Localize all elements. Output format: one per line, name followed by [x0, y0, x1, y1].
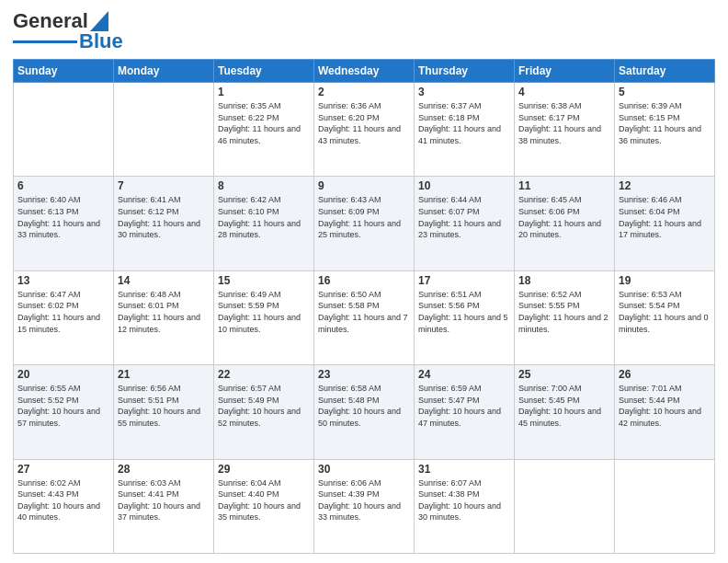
logo-line: [13, 40, 77, 43]
cell-info: Sunrise: 6:58 AMSunset: 5:48 PMDaylight:…: [318, 383, 410, 429]
calendar-cell: 14 Sunrise: 6:48 AMSunset: 6:01 PMDaylig…: [114, 270, 214, 364]
col-sunday: Sunday: [14, 60, 114, 83]
cell-info: Sunrise: 6:35 AMSunset: 6:22 PMDaylight:…: [218, 100, 310, 146]
calendar-cell: 20 Sunrise: 6:55 AMSunset: 5:52 PMDaylig…: [14, 365, 114, 459]
cell-day-number: 8: [218, 179, 310, 192]
cell-info: Sunrise: 7:01 AMSunset: 5:44 PMDaylight:…: [619, 383, 711, 429]
col-monday: Monday: [114, 60, 214, 83]
cell-info: Sunrise: 6:36 AMSunset: 6:20 PMDaylight:…: [318, 100, 410, 146]
calendar-cell: 5 Sunrise: 6:39 AMSunset: 6:15 PMDayligh…: [615, 83, 715, 177]
cell-info: Sunrise: 6:57 AMSunset: 5:49 PMDaylight:…: [218, 383, 310, 429]
cell-day-number: 16: [318, 274, 410, 287]
cell-day-number: 14: [118, 274, 210, 287]
calendar-cell: 25 Sunrise: 7:00 AMSunset: 5:45 PMDaylig…: [515, 365, 615, 459]
cell-info: Sunrise: 6:40 AMSunset: 6:13 PMDaylight:…: [17, 194, 109, 240]
calendar-cell: [114, 83, 214, 177]
cell-day-number: 4: [518, 86, 610, 98]
cell-day-number: 31: [418, 463, 510, 476]
col-tuesday: Tuesday: [214, 60, 314, 83]
cell-info: Sunrise: 6:38 AMSunset: 6:17 PMDaylight:…: [518, 100, 610, 146]
calendar-week-row: 13 Sunrise: 6:47 AMSunset: 6:02 PMDaylig…: [14, 270, 715, 364]
cell-day-number: 5: [619, 86, 711, 98]
cell-info: Sunrise: 6:49 AMSunset: 5:59 PMDaylight:…: [218, 289, 310, 335]
cell-day-number: 13: [17, 274, 109, 287]
cell-info: Sunrise: 6:43 AMSunset: 6:09 PMDaylight:…: [318, 194, 410, 240]
calendar-cell: 16 Sunrise: 6:50 AMSunset: 5:58 PMDaylig…: [314, 270, 415, 364]
cell-day-number: 30: [318, 463, 410, 476]
calendar-cell: 19 Sunrise: 6:53 AMSunset: 5:54 PMDaylig…: [615, 270, 715, 364]
cell-info: Sunrise: 6:42 AMSunset: 6:10 PMDaylight:…: [218, 194, 310, 240]
calendar-cell: 27 Sunrise: 6:02 AMSunset: 4:43 PMDaylig…: [14, 459, 114, 553]
col-wednesday: Wednesday: [314, 60, 415, 83]
cell-day-number: 2: [318, 86, 410, 98]
cell-info: Sunrise: 6:59 AMSunset: 5:47 PMDaylight:…: [418, 383, 510, 429]
cell-day-number: 19: [619, 274, 711, 287]
cell-info: Sunrise: 6:56 AMSunset: 5:51 PMDaylight:…: [118, 383, 210, 429]
cell-day-number: 25: [518, 368, 610, 381]
cell-info: Sunrise: 6:51 AMSunset: 5:56 PMDaylight:…: [418, 289, 510, 335]
cell-info: Sunrise: 6:47 AMSunset: 6:02 PMDaylight:…: [17, 289, 109, 335]
calendar-cell: 18 Sunrise: 6:52 AMSunset: 5:55 PMDaylig…: [515, 270, 615, 364]
cell-day-number: 24: [418, 368, 510, 381]
col-saturday: Saturday: [615, 60, 715, 83]
cell-day-number: 23: [318, 368, 410, 381]
cell-day-number: 10: [418, 179, 510, 192]
cell-info: Sunrise: 6:44 AMSunset: 6:07 PMDaylight:…: [418, 194, 510, 240]
cell-day-number: 21: [118, 368, 210, 381]
cell-day-number: 22: [218, 368, 310, 381]
cell-info: Sunrise: 7:00 AMSunset: 5:45 PMDaylight:…: [518, 383, 610, 429]
cell-day-number: 17: [418, 274, 510, 287]
cell-day-number: 6: [17, 179, 109, 192]
svg-marker-0: [90, 11, 108, 31]
calendar-header-row: Sunday Monday Tuesday Wednesday Thursday…: [14, 60, 715, 83]
calendar-cell: 1 Sunrise: 6:35 AMSunset: 6:22 PMDayligh…: [214, 83, 314, 177]
cell-day-number: 15: [218, 274, 310, 287]
calendar-cell: 9 Sunrise: 6:43 AMSunset: 6:09 PMDayligh…: [314, 177, 415, 270]
header: General Blue: [13, 9, 715, 53]
cell-day-number: 3: [418, 86, 510, 98]
cell-day-number: 18: [518, 274, 610, 287]
logo-blue: Blue: [79, 29, 123, 53]
calendar-cell: 26 Sunrise: 7:01 AMSunset: 5:44 PMDaylig…: [615, 365, 715, 459]
calendar-cell: 22 Sunrise: 6:57 AMSunset: 5:49 PMDaylig…: [214, 365, 314, 459]
calendar-cell: 28 Sunrise: 6:03 AMSunset: 4:41 PMDaylig…: [114, 459, 214, 553]
cell-info: Sunrise: 6:04 AMSunset: 4:40 PMDaylight:…: [218, 477, 310, 523]
cell-day-number: 28: [118, 463, 210, 476]
calendar-cell: 11 Sunrise: 6:45 AMSunset: 6:06 PMDaylig…: [515, 177, 615, 270]
cell-day-number: 12: [619, 179, 711, 192]
calendar-week-row: 20 Sunrise: 6:55 AMSunset: 5:52 PMDaylig…: [14, 365, 715, 459]
calendar-week-row: 6 Sunrise: 6:40 AMSunset: 6:13 PMDayligh…: [14, 177, 715, 270]
calendar-cell: 23 Sunrise: 6:58 AMSunset: 5:48 PMDaylig…: [314, 365, 415, 459]
cell-info: Sunrise: 6:37 AMSunset: 6:18 PMDaylight:…: [418, 100, 510, 146]
cell-day-number: 26: [619, 368, 711, 381]
page: General Blue Sunday Monday Tuesday Wedne…: [0, 0, 728, 563]
calendar-cell: 8 Sunrise: 6:42 AMSunset: 6:10 PMDayligh…: [214, 177, 314, 270]
cell-info: Sunrise: 6:50 AMSunset: 5:58 PMDaylight:…: [318, 289, 410, 335]
calendar-cell: 4 Sunrise: 6:38 AMSunset: 6:17 PMDayligh…: [515, 83, 615, 177]
calendar-cell: 17 Sunrise: 6:51 AMSunset: 5:56 PMDaylig…: [415, 270, 515, 364]
calendar-cell: 24 Sunrise: 6:59 AMSunset: 5:47 PMDaylig…: [415, 365, 515, 459]
calendar-cell: [615, 459, 715, 553]
calendar-week-row: 27 Sunrise: 6:02 AMSunset: 4:43 PMDaylig…: [14, 459, 715, 553]
cell-info: Sunrise: 6:52 AMSunset: 5:55 PMDaylight:…: [518, 289, 610, 335]
cell-info: Sunrise: 6:55 AMSunset: 5:52 PMDaylight:…: [17, 383, 109, 429]
col-friday: Friday: [515, 60, 615, 83]
calendar-cell: 21 Sunrise: 6:56 AMSunset: 5:51 PMDaylig…: [114, 365, 214, 459]
calendar-cell: 7 Sunrise: 6:41 AMSunset: 6:12 PMDayligh…: [114, 177, 214, 270]
cell-day-number: 1: [218, 86, 310, 98]
calendar-table: Sunday Monday Tuesday Wednesday Thursday…: [13, 59, 715, 554]
cell-day-number: 7: [118, 179, 210, 192]
cell-day-number: 11: [518, 179, 610, 192]
cell-day-number: 9: [318, 179, 410, 192]
cell-info: Sunrise: 6:45 AMSunset: 6:06 PMDaylight:…: [518, 194, 610, 240]
calendar-cell: 30 Sunrise: 6:06 AMSunset: 4:39 PMDaylig…: [314, 459, 415, 553]
cell-day-number: 29: [218, 463, 310, 476]
calendar-cell: 29 Sunrise: 6:04 AMSunset: 4:40 PMDaylig…: [214, 459, 314, 553]
cell-info: Sunrise: 6:02 AMSunset: 4:43 PMDaylight:…: [17, 477, 109, 523]
cell-day-number: 20: [17, 368, 109, 381]
calendar-cell: 31 Sunrise: 6:07 AMSunset: 4:38 PMDaylig…: [415, 459, 515, 553]
cell-info: Sunrise: 6:39 AMSunset: 6:15 PMDaylight:…: [619, 100, 711, 146]
logo-icon: [90, 11, 108, 31]
calendar-cell: 2 Sunrise: 6:36 AMSunset: 6:20 PMDayligh…: [314, 83, 415, 177]
cell-info: Sunrise: 6:03 AMSunset: 4:41 PMDaylight:…: [118, 477, 210, 523]
